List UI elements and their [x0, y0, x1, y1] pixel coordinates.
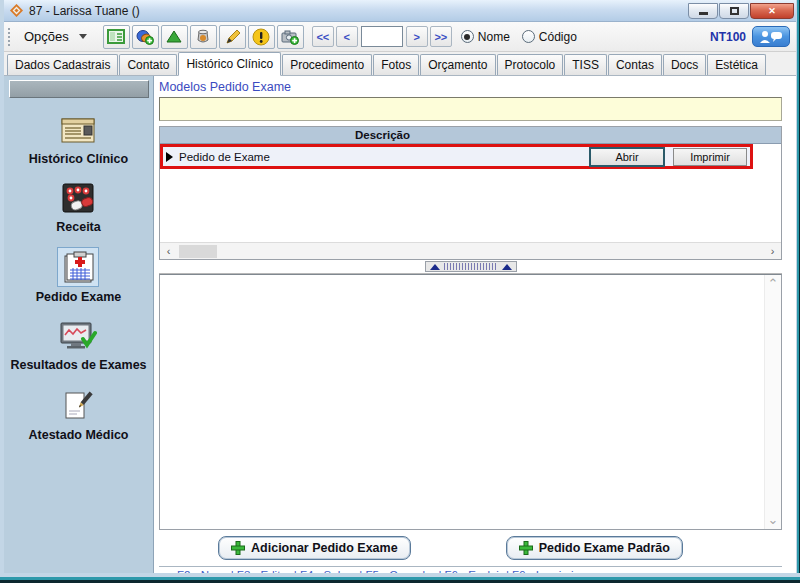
tab-contato[interactable]: Contato: [119, 54, 177, 75]
nav-first-button[interactable]: <<: [312, 26, 334, 47]
certificate-pen-icon: [62, 389, 94, 421]
patient-form-button[interactable]: [103, 25, 130, 49]
grid-empty-area: [160, 169, 781, 242]
row-selector-icon: [166, 152, 173, 162]
default-exam-request-label: Pedido Exame Padrão: [539, 541, 670, 555]
camera-add-button[interactable]: [277, 25, 304, 49]
window-frame-right: [796, 0, 800, 583]
tab-bar: Dados Cadastrais Contato Histórico Clíni…: [4, 52, 796, 76]
toolbar: Opções: [4, 22, 796, 52]
exam-results-icon: [59, 321, 97, 351]
sidebar-item-label: Histórico Clínico: [29, 152, 128, 166]
tab-contas[interactable]: Contas: [608, 54, 662, 75]
window-title: 87 - Larissa Tuane (): [29, 4, 140, 18]
tab-docs[interactable]: Docs: [663, 54, 706, 75]
radio-nome-circle: [461, 30, 474, 43]
options-label: Opções: [24, 29, 69, 44]
sidebar-item-label: Resultados de Exames: [10, 358, 146, 372]
close-button[interactable]: ✕: [750, 3, 794, 19]
alert-button[interactable]: [248, 25, 275, 49]
maximize-icon: [730, 7, 739, 15]
scroll-up-icon[interactable]: ⌃: [768, 279, 779, 289]
main-panel: Modelos Pedido Exame Descrição Pedido de…: [154, 76, 796, 583]
section-title: Modelos Pedido Exame: [159, 80, 782, 97]
sidebar-header-bar[interactable]: [9, 80, 149, 98]
grid-horizontal-scrollbar[interactable]: ‹ ›: [160, 242, 781, 259]
sidebar: Histórico Clínico: [4, 76, 154, 583]
minimize-button[interactable]: [688, 3, 718, 19]
radio-codigo-label: Código: [539, 30, 577, 44]
maximize-button[interactable]: [719, 3, 749, 19]
sidebar-item-receita[interactable]: Receita: [56, 179, 100, 234]
editor-vertical-scrollbar[interactable]: ⌃ ⌄: [764, 275, 781, 529]
close-icon: ✕: [768, 6, 776, 16]
scroll-right-icon[interactable]: ›: [764, 245, 781, 257]
tab-orcamento[interactable]: Orçamento: [420, 54, 495, 75]
patient-form-icon: [107, 29, 125, 44]
splitter-grip: [444, 263, 498, 270]
action-buttons-row: Adicionar Pedido Exame Pedido Exame Padr…: [159, 530, 782, 566]
hscroll-thumb[interactable]: [179, 245, 217, 258]
radio-codigo[interactable]: Código: [522, 30, 577, 44]
add-exam-request-label: Adicionar Pedido Exame: [251, 541, 398, 555]
support-chat-icon: [758, 29, 784, 44]
app-logo-icon: [10, 4, 23, 17]
tab-tiss[interactable]: TISS: [564, 54, 607, 75]
collapse-up-icon: [502, 264, 512, 270]
alert-icon: [252, 28, 270, 46]
sidebar-item-label: Atestado Médico: [28, 428, 128, 442]
tab-historico-clinico[interactable]: Histórico Clínico: [178, 52, 281, 76]
sidebar-item-label: Pedido Exame: [36, 290, 121, 304]
collapse-up-icon: [430, 264, 440, 270]
scroll-left-icon[interactable]: ‹: [160, 245, 177, 257]
sidebar-item-historico-clinico[interactable]: Histórico Clínico: [29, 111, 128, 166]
radio-nome[interactable]: Nome: [461, 30, 510, 44]
default-exam-request-button[interactable]: Pedido Exame Padrão: [506, 536, 683, 560]
tab-dados-cadastrais[interactable]: Dados Cadastrais: [7, 54, 118, 75]
grid-header-row: Descrição: [160, 127, 781, 144]
sidebar-item-label: Receita: [56, 220, 100, 234]
tab-fotos[interactable]: Fotos: [373, 54, 419, 75]
add-exam-request-button[interactable]: Adicionar Pedido Exame: [218, 536, 411, 560]
app-window: 87 - Larissa Tuane () ✕ Opções: [0, 0, 800, 583]
grid-row-pedido-de-exame[interactable]: Pedido de Exame Abrir Imprimir: [160, 144, 753, 169]
splitter-collapse-button[interactable]: [425, 261, 517, 272]
grid-header-descricao[interactable]: Descrição: [160, 127, 605, 143]
chevron-down-icon: [79, 34, 87, 39]
tab-protocolo[interactable]: Protocolo: [497, 54, 564, 75]
exam-models-grid: Descrição Pedido de Exame Abrir Imprimir…: [159, 126, 782, 260]
pencil-button[interactable]: [219, 25, 246, 49]
growth-chart-button[interactable]: [161, 25, 188, 49]
tab-procedimento[interactable]: Procedimento: [282, 54, 372, 75]
splitter-zone: [159, 260, 782, 274]
toolbar-gripper[interactable]: [6, 26, 11, 48]
nav-last-button[interactable]: >>: [430, 26, 452, 47]
tab-estetica[interactable]: Estética: [707, 54, 766, 75]
exam-request-icon: [61, 251, 95, 283]
hscroll-track[interactable]: [177, 243, 764, 259]
record-number-input[interactable]: [361, 26, 403, 47]
options-menu-button[interactable]: Opções: [15, 25, 96, 48]
version-code-label: NT100: [710, 30, 746, 44]
exam-request-editor-panel: ⌃ ⌄: [159, 274, 782, 530]
prescription-add-icon: [136, 29, 154, 45]
nav-prev-button[interactable]: <: [336, 26, 358, 47]
jar-button[interactable]: [190, 25, 217, 49]
support-chat-button[interactable]: [752, 26, 790, 47]
prescription-add-button[interactable]: [132, 25, 159, 49]
scroll-down-icon[interactable]: ⌄: [768, 515, 779, 525]
jar-icon: [194, 29, 212, 45]
model-search-input[interactable]: [159, 97, 782, 121]
plus-icon: [231, 541, 245, 555]
titlebar[interactable]: 87 - Larissa Tuane () ✕: [4, 0, 796, 22]
plus-icon: [519, 541, 533, 555]
open-button[interactable]: Abrir: [590, 148, 664, 166]
sidebar-item-resultados-de-exames[interactable]: Resultados de Exames: [10, 317, 146, 372]
nav-next-button[interactable]: >: [406, 26, 428, 47]
sidebar-item-atestado-medico[interactable]: Atestado Médico: [28, 385, 128, 442]
print-button[interactable]: Imprimir: [673, 148, 747, 166]
sidebar-item-pedido-exame[interactable]: Pedido Exame: [36, 247, 121, 304]
medical-record-icon: [60, 115, 96, 145]
pencil-icon: [223, 29, 241, 45]
editor-empty-content[interactable]: [160, 275, 764, 529]
